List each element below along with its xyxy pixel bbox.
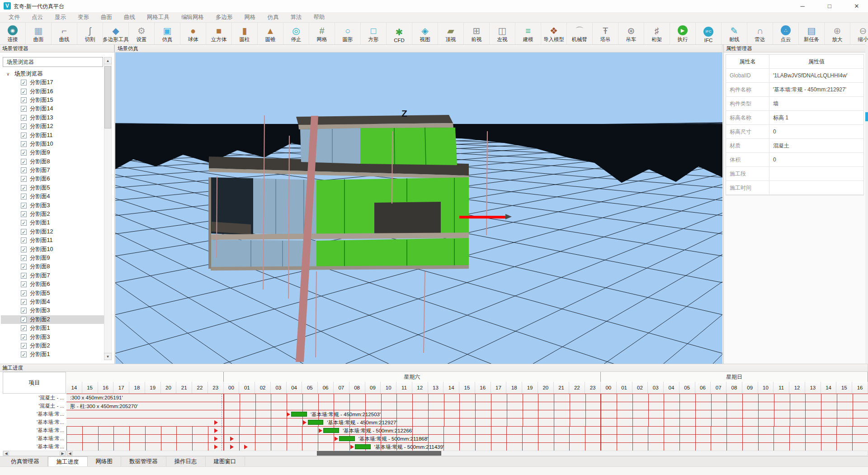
gantt-scroll-left-icon[interactable]: ◀: [67, 451, 73, 456]
tree-item-分割面8[interactable]: ✓分割面8: [1, 262, 104, 271]
checkbox-checked-icon[interactable]: ✓: [21, 317, 27, 323]
close-button[interactable]: ✕: [846, 0, 867, 12]
toolbar-execute-button[interactable]: ▶执行: [670, 23, 696, 44]
checkbox-checked-icon[interactable]: ✓: [21, 229, 27, 235]
tree-item-分割面7[interactable]: ✓分割面7: [1, 166, 104, 175]
toolbar-view-button[interactable]: ◈视图: [412, 23, 438, 44]
toolbar-mesh-button[interactable]: #网格: [309, 23, 335, 44]
gantt-task-bar[interactable]: [355, 444, 371, 449]
gantt-project-row[interactable]: '混凝土 - ...: [3, 394, 66, 402]
tree-item-分割面6[interactable]: ✓分割面6: [1, 280, 104, 289]
checkbox-checked-icon[interactable]: ✓: [21, 290, 27, 296]
toolbar-modeling-button[interactable]: ≡建模: [515, 23, 541, 44]
tree-item-分割面12[interactable]: ✓分割面12: [1, 122, 104, 131]
checkbox-checked-icon[interactable]: ✓: [21, 211, 27, 217]
gantt-task-bar[interactable]: [308, 420, 324, 425]
checkbox-checked-icon[interactable]: ✓: [21, 150, 27, 156]
gantt-project-row[interactable]: '基本墙:常...: [3, 410, 66, 418]
menu-item-帮助[interactable]: 帮助: [308, 14, 331, 21]
checkbox-checked-icon[interactable]: ✓: [21, 343, 27, 349]
toolbar-top-view-button[interactable]: ▰顶视: [438, 23, 464, 44]
checkbox-checked-icon[interactable]: ✓: [21, 133, 27, 138]
tree-scroll-thumb[interactable]: [104, 66, 111, 128]
toolbar-curve-button[interactable]: ⌐曲线: [52, 23, 77, 44]
tab-施工进度[interactable]: 施工进度: [48, 456, 88, 466]
tree-item-分割面6[interactable]: ✓分割面6: [1, 175, 104, 183]
tree-item-分割面1[interactable]: ✓分割面1: [1, 218, 104, 227]
tree-item-分割面2[interactable]: ✓分割面2: [1, 342, 104, 350]
menu-item-仿真[interactable]: 仿真: [262, 14, 285, 21]
toolbar-circle-button[interactable]: ○圆形: [335, 23, 361, 44]
toolbar-stop-button[interactable]: ◎停止: [283, 23, 309, 44]
gantt-task-bar[interactable]: [323, 428, 339, 433]
menu-item-变形[interactable]: 变形: [72, 14, 95, 21]
tree-item-分割面11[interactable]: ✓分割面11: [1, 236, 104, 245]
tree-item-分割面9[interactable]: ✓分割面9: [1, 148, 104, 157]
tree-item-分割面1[interactable]: ✓分割面1: [1, 324, 104, 332]
property-value[interactable]: '基本墙:常规 - 450mm:212927': [769, 83, 863, 96]
tree-item-分割面12[interactable]: ✓分割面12: [1, 228, 104, 236]
checkbox-checked-icon[interactable]: ✓: [21, 238, 27, 243]
toolbar-ifc-button[interactable]: IFCIFC: [696, 23, 722, 44]
tree-scroll-up-icon[interactable]: ▲: [104, 57, 112, 64]
tree-root-scene-browser[interactable]: ∨场景浏览器: [1, 69, 104, 78]
toolbar-cut-button[interactable]: ʃ切割: [77, 23, 103, 44]
gantt-project-row[interactable]: '基本墙:常...: [3, 434, 66, 442]
checkbox-checked-icon[interactable]: ✓: [21, 141, 27, 147]
checkbox-checked-icon[interactable]: ✓: [21, 203, 27, 209]
gantt-project-row[interactable]: '基本墙:常...: [3, 418, 66, 426]
toolbar-front-view-button[interactable]: ⊞前视: [464, 23, 490, 44]
property-value[interactable]: 墙: [769, 97, 863, 110]
tree-item-分割面15[interactable]: ✓分割面15: [1, 96, 104, 104]
project-scroll-right-icon[interactable]: ▶: [60, 451, 66, 456]
tree-item-分割面4[interactable]: ✓分割面4: [1, 298, 104, 306]
checkbox-checked-icon[interactable]: ✓: [21, 185, 27, 191]
menu-item-多边形[interactable]: 多边形: [210, 14, 239, 21]
gantt-scroll-thumb[interactable]: [317, 451, 441, 456]
checkbox-checked-icon[interactable]: ✓: [21, 255, 27, 261]
tree-item-分割面13[interactable]: ✓分割面13: [1, 114, 104, 122]
scene-3d-viewport[interactable]: Z: [115, 52, 722, 364]
menu-item-文件[interactable]: 文件: [3, 14, 26, 21]
checkbox-checked-icon[interactable]: ✓: [21, 115, 27, 121]
checkbox-checked-icon[interactable]: ✓: [21, 167, 27, 173]
property-value[interactable]: [769, 181, 863, 195]
checkbox-checked-icon[interactable]: ✓: [21, 194, 27, 200]
tab-数据管理器[interactable]: 数据管理器: [121, 456, 166, 466]
toolbar-cube-button[interactable]: ■立方体: [206, 23, 232, 44]
tree-item-分割面10[interactable]: ✓分割面10: [1, 140, 104, 148]
checkbox-checked-icon[interactable]: ✓: [21, 264, 27, 270]
toolbar-connect-button[interactable]: ◉连接: [0, 23, 26, 44]
tree-item-分割面3[interactable]: ✓分割面3: [1, 306, 104, 315]
tree-item-分割面2-selected[interactable]: ✓分割面2: [1, 315, 104, 324]
checkbox-checked-icon[interactable]: ✓: [21, 299, 27, 305]
checkbox-checked-icon[interactable]: ✓: [21, 281, 27, 287]
tab-仿真管理器[interactable]: 仿真管理器: [3, 456, 48, 466]
tree-item-分割面3[interactable]: ✓分割面3: [1, 332, 104, 341]
checkbox-checked-icon[interactable]: ✓: [21, 159, 27, 165]
toolbar-point-cloud-button[interactable]: ∴点云: [773, 23, 799, 44]
property-value[interactable]: 标高 1: [769, 111, 863, 124]
scene-browser-box[interactable]: 场景浏览器: [3, 57, 103, 67]
gantt-hscrollbar[interactable]: ◀: [66, 451, 868, 456]
gantt-project-row[interactable]: '混凝土 - ...: [3, 402, 66, 410]
checkbox-checked-icon[interactable]: ✓: [21, 325, 27, 331]
menu-item-网格工具[interactable]: 网格工具: [141, 14, 175, 21]
tab-建图窗口[interactable]: 建图窗口: [206, 456, 245, 466]
toolbar-cfd-button[interactable]: ✱CFD: [387, 23, 412, 44]
tab-操作日志[interactable]: 操作日志: [166, 456, 206, 466]
tab-网络图[interactable]: 网络图: [88, 456, 122, 466]
checkbox-checked-icon[interactable]: ✓: [21, 80, 27, 86]
property-scroll-thumb[interactable]: [865, 112, 868, 121]
gantt-project-row[interactable]: '基本墙:常...: [3, 426, 66, 434]
toolbar-polygon-tools-button[interactable]: ◆多边形工具: [103, 23, 129, 44]
toolbar-left-view-button[interactable]: ◫左视: [490, 23, 515, 44]
toolbar-cone-button[interactable]: ▲圆锥: [258, 23, 283, 44]
tree-item-分割面7[interactable]: ✓分割面7: [1, 271, 104, 280]
tree-item-分割面14[interactable]: ✓分割面14: [1, 104, 104, 113]
menu-item-显示[interactable]: 显示: [49, 14, 72, 21]
toolbar-settings-button[interactable]: ⚙设置: [129, 23, 155, 44]
menu-item-曲面[interactable]: 曲面: [95, 14, 118, 21]
tree-item-分割面3[interactable]: ✓分割面3: [1, 201, 104, 209]
checkbox-checked-icon[interactable]: ✓: [21, 308, 27, 314]
